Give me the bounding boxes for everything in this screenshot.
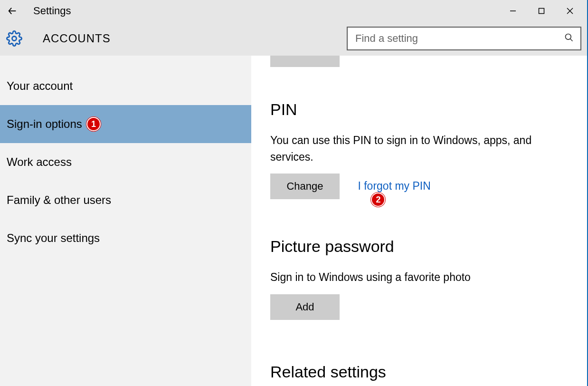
gear-icon bbox=[6, 30, 23, 47]
minimize-button[interactable] bbox=[499, 1, 527, 20]
titlebar: Settings bbox=[0, 0, 587, 21]
svg-rect-2 bbox=[539, 8, 544, 13]
page-title: ACCOUNTS bbox=[43, 32, 111, 45]
sidebar-item-family-other-users[interactable]: Family & other users bbox=[0, 181, 251, 219]
annotation-badge-1: 1 bbox=[86, 117, 101, 131]
window-title: Settings bbox=[33, 5, 71, 17]
search-box[interactable] bbox=[347, 27, 581, 50]
sidebar-item-label: Family & other users bbox=[7, 193, 111, 207]
content: Your account Sign-in options 1 Work acce… bbox=[0, 56, 587, 386]
partial-button-above[interactable] bbox=[270, 56, 340, 67]
sidebar-item-label: Sign-in options bbox=[7, 117, 82, 131]
sidebar: Your account Sign-in options 1 Work acce… bbox=[0, 56, 251, 386]
search-icon bbox=[564, 33, 574, 45]
sidebar-item-label: Sync your settings bbox=[7, 232, 100, 245]
header: ACCOUNTS bbox=[0, 21, 587, 56]
sidebar-item-sync-your-settings[interactable]: Sync your settings bbox=[0, 219, 251, 257]
close-button[interactable] bbox=[556, 1, 584, 20]
sidebar-item-sign-in-options[interactable]: Sign-in options 1 bbox=[0, 105, 251, 143]
maximize-button[interactable] bbox=[527, 1, 556, 20]
main-panel: PIN You can use this PIN to sign in to W… bbox=[251, 56, 587, 386]
sidebar-item-work-access[interactable]: Work access bbox=[0, 143, 251, 181]
back-button[interactable] bbox=[3, 1, 22, 20]
sidebar-item-your-account[interactable]: Your account bbox=[0, 67, 251, 105]
sidebar-item-label: Your account bbox=[7, 79, 73, 93]
change-pin-button[interactable]: Change bbox=[270, 174, 340, 199]
related-settings-heading: Related settings bbox=[270, 363, 578, 381]
pin-description: You can use this PIN to sign in to Windo… bbox=[270, 132, 555, 165]
svg-line-7 bbox=[570, 39, 573, 41]
forgot-pin-link[interactable]: I forgot my PIN bbox=[358, 180, 430, 193]
svg-point-5 bbox=[12, 36, 16, 40]
picture-password-heading: Picture password bbox=[270, 237, 578, 256]
search-input[interactable] bbox=[354, 32, 564, 45]
svg-point-6 bbox=[566, 34, 571, 39]
picture-password-description: Sign in to Windows using a favorite phot… bbox=[270, 269, 555, 286]
pin-heading: PIN bbox=[270, 100, 578, 119]
sidebar-item-label: Work access bbox=[7, 155, 72, 169]
add-picture-password-button[interactable]: Add bbox=[270, 294, 340, 320]
